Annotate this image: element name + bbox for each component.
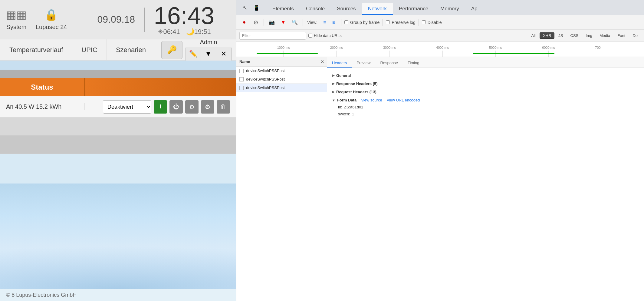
device-toolbar-button[interactable]: 📱 <box>251 2 262 13</box>
group-by-frame-checkbox[interactable] <box>344 20 348 24</box>
form-data-title[interactable]: ▼ Form Data <box>332 98 356 102</box>
camera-button[interactable]: 📷 <box>267 18 277 27</box>
table-area: Status An 40.5 W 15.2 kWh Deaktiviert Ak… <box>0 78 236 184</box>
toolbar-separator-1 <box>264 19 264 26</box>
detail-tab-timing[interactable]: Timing <box>403 59 424 68</box>
network-list-header: Name × <box>236 57 327 67</box>
clear-button[interactable]: ⊘ <box>251 18 261 27</box>
devtools-icon-buttons: ↖ 📱 <box>238 2 263 15</box>
filter-input[interactable] <box>239 32 306 40</box>
tick-4000ms: 4000 ms <box>436 46 449 57</box>
tick-6000ms: 6000 ms <box>542 46 555 57</box>
preserve-log-checkbox[interactable] <box>386 20 390 24</box>
key-button[interactable]: 🔑 <box>161 41 182 59</box>
response-headers-arrow-icon: ▶ <box>332 82 334 86</box>
wave-background <box>0 184 236 289</box>
network-item-1[interactable]: deviceSwitchPSSPost <box>236 67 327 75</box>
lupusec-label: Lupusec 24 <box>36 24 67 31</box>
tab-console[interactable]: Console <box>300 3 331 15</box>
filter-xhr-button[interactable]: XHR <box>540 32 554 39</box>
general-section-header[interactable]: ▶ General <box>332 71 639 79</box>
filter-font-button[interactable]: Font <box>614 32 629 39</box>
empty-row-1 <box>0 117 236 136</box>
settings-wheel-button[interactable]: ⚙ <box>185 100 199 114</box>
content-area: Status An 40.5 W 15.2 kWh Deaktiviert Ak… <box>0 61 236 301</box>
filter-type-buttons: All XHR JS CSS Img Media Font Do <box>528 32 641 39</box>
gray-bar-top <box>0 70 236 78</box>
close-detail-button[interactable]: × <box>321 59 324 64</box>
filter-js-button[interactable]: JS <box>555 32 566 39</box>
preserve-log-label[interactable]: Preserve log <box>386 20 416 25</box>
view-list-button[interactable]: ≡ <box>320 18 329 27</box>
top-bar: ▦▦ System 🔒 Lupusec 24 09.09.18 16:43 ☀0… <box>0 0 236 39</box>
delete-button[interactable]: 🗑 <box>217 100 230 114</box>
nav-item-temperaturverlauf[interactable]: Temperaturverlauf <box>0 39 72 61</box>
admin-name: Admin <box>200 39 217 46</box>
network-item-3[interactable]: deviceSwitchPSSPost <box>236 84 327 92</box>
group-by-frame-label[interactable]: Group by frame <box>344 20 380 25</box>
bars-icon: ▦▦ <box>6 8 27 21</box>
power-on-button[interactable]: I <box>154 100 167 114</box>
status-right-header <box>85 78 236 96</box>
status-column-header: Status <box>0 78 85 96</box>
nav-item-szenarien[interactable]: Szenarien <box>107 39 155 61</box>
hide-data-urls-label[interactable]: Hide data URLs <box>308 33 342 38</box>
time-display: 16:43 <box>154 4 214 28</box>
request-detail-panel: Headers Preview Response Timing ▶ Genera… <box>327 57 644 301</box>
view-grid-button[interactable]: ⊟ <box>330 18 338 27</box>
tab-elements[interactable]: Elements <box>266 3 300 15</box>
sunset-display: 🌙19:51 <box>186 28 211 36</box>
device-info-cell: An 40.5 W 15.2 kWh <box>0 103 85 110</box>
status-dropdown[interactable]: Deaktiviert Aktiviert <box>103 100 151 114</box>
tab-performance[interactable]: Performance <box>393 3 434 15</box>
request-headers-arrow-icon: ▶ <box>332 90 334 94</box>
tab-memory[interactable]: Memory <box>434 3 465 15</box>
detail-tab-response[interactable]: Response <box>375 59 403 68</box>
general-arrow-icon: ▶ <box>332 74 334 78</box>
item3-checkbox <box>239 86 244 90</box>
config-button[interactable]: ⚙ <box>201 100 214 114</box>
filter-funnel-button[interactable]: ▼ <box>278 18 288 27</box>
hide-data-urls-checkbox[interactable] <box>308 34 312 38</box>
detail-content: ▶ General ▶ Response Headers (5) ▶ Reque… <box>327 68 644 301</box>
view-url-encoded-link[interactable]: view URL encoded <box>387 98 420 102</box>
power-off-button[interactable]: ⏻ <box>169 100 183 114</box>
lupusec-icon-group[interactable]: 🔒 Lupusec 24 <box>36 8 67 31</box>
network-item-2[interactable]: deviceSwitchPSSPost <box>236 75 327 84</box>
disable-cache-checkbox[interactable] <box>422 20 426 24</box>
filter-img-button[interactable]: Img <box>582 32 596 39</box>
response-headers-section-header[interactable]: ▶ Response Headers (5) <box>332 79 639 87</box>
network-body: Name × deviceSwitchPSSPost deviceSwitchP… <box>236 57 644 301</box>
nav-items: Temperaturverlauf UPIC Szenarien <box>0 39 155 61</box>
search-button[interactable]: 🔍 <box>290 18 300 27</box>
close-button[interactable]: ✕ <box>216 47 231 61</box>
tab-network[interactable]: Network <box>362 3 393 15</box>
system-icon-group[interactable]: ▦▦ System <box>6 8 27 31</box>
tab-application[interactable]: Ap <box>465 3 484 15</box>
detail-tab-bar: Headers Preview Response Timing <box>327 57 644 68</box>
top-bar-icons: ▦▦ System 🔒 Lupusec 24 <box>6 8 67 31</box>
toolbar-separator-5 <box>419 19 419 26</box>
timeline-ticks: 1000 ms 2000 ms 3000 ms 4000 ms 5000 ms … <box>236 42 644 57</box>
tab-sources[interactable]: Sources <box>331 3 362 15</box>
filter-all-button[interactable]: All <box>528 32 539 39</box>
detail-tab-headers[interactable]: Headers <box>327 59 352 68</box>
devtools-panel: ↖ 📱 Elements Console Sources Network Per… <box>236 0 644 301</box>
filter-media-button[interactable]: Media <box>596 32 613 39</box>
dropdown-arrow-button[interactable]: ▼ <box>201 47 216 61</box>
datetime-block: 09.09.18 16:43 ☀06:41 🌙19:51 <box>97 4 214 36</box>
empty-row-2 <box>0 136 236 154</box>
nav-bar: Temperaturverlauf UPIC Szenarien 🔑 Admin… <box>0 39 236 61</box>
record-button[interactable]: ● <box>239 18 249 27</box>
detail-tab-preview[interactable]: Preview <box>352 59 375 68</box>
filter-css-button[interactable]: CSS <box>567 32 582 39</box>
nav-item-upic[interactable]: UPIC <box>72 39 107 61</box>
cursor-tool-button[interactable]: ↖ <box>239 2 250 13</box>
disable-cache-label[interactable]: Disable <box>422 20 442 25</box>
filter-doc-button[interactable]: Do <box>629 32 641 39</box>
item2-checkbox <box>239 77 244 81</box>
request-headers-section-header[interactable]: ▶ Request Headers (13) <box>332 87 639 95</box>
view-source-link[interactable]: view source <box>361 98 382 102</box>
network-toolbar: ● ⊘ 📷 ▼ 🔍 View: ≡ ⊟ Group by frame Prese… <box>236 15 644 30</box>
edit-button[interactable]: ✏️ <box>186 47 201 61</box>
